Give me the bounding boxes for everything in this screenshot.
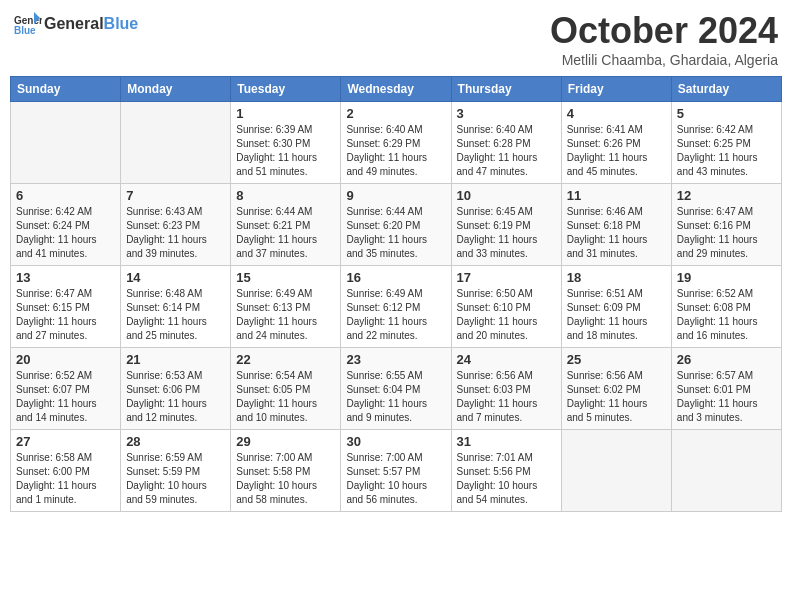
day-info: Sunrise: 7:01 AMSunset: 5:56 PMDaylight:… <box>457 451 556 507</box>
calendar-cell: 13Sunrise: 6:47 AMSunset: 6:15 PMDayligh… <box>11 266 121 348</box>
day-number: 24 <box>457 352 556 367</box>
calendar-cell: 21Sunrise: 6:53 AMSunset: 6:06 PMDayligh… <box>121 348 231 430</box>
calendar-cell: 1Sunrise: 6:39 AMSunset: 6:30 PMDaylight… <box>231 102 341 184</box>
header-day-tuesday: Tuesday <box>231 77 341 102</box>
day-number: 31 <box>457 434 556 449</box>
calendar-cell: 4Sunrise: 6:41 AMSunset: 6:26 PMDaylight… <box>561 102 671 184</box>
day-info: Sunrise: 6:42 AMSunset: 6:25 PMDaylight:… <box>677 123 776 179</box>
calendar-week-3: 13Sunrise: 6:47 AMSunset: 6:15 PMDayligh… <box>11 266 782 348</box>
day-number: 27 <box>16 434 115 449</box>
day-info: Sunrise: 6:53 AMSunset: 6:06 PMDaylight:… <box>126 369 225 425</box>
day-number: 14 <box>126 270 225 285</box>
svg-text:Blue: Blue <box>14 25 36 36</box>
calendar-cell: 8Sunrise: 6:44 AMSunset: 6:21 PMDaylight… <box>231 184 341 266</box>
day-number: 6 <box>16 188 115 203</box>
calendar-cell: 7Sunrise: 6:43 AMSunset: 6:23 PMDaylight… <box>121 184 231 266</box>
day-info: Sunrise: 6:39 AMSunset: 6:30 PMDaylight:… <box>236 123 335 179</box>
day-info: Sunrise: 6:50 AMSunset: 6:10 PMDaylight:… <box>457 287 556 343</box>
calendar-cell: 10Sunrise: 6:45 AMSunset: 6:19 PMDayligh… <box>451 184 561 266</box>
page-header: General Blue GeneralBlue October 2024 Me… <box>10 10 782 68</box>
day-info: Sunrise: 6:47 AMSunset: 6:15 PMDaylight:… <box>16 287 115 343</box>
day-info: Sunrise: 6:44 AMSunset: 6:20 PMDaylight:… <box>346 205 445 261</box>
day-info: Sunrise: 6:40 AMSunset: 6:29 PMDaylight:… <box>346 123 445 179</box>
calendar-cell <box>11 102 121 184</box>
calendar-cell: 9Sunrise: 6:44 AMSunset: 6:20 PMDaylight… <box>341 184 451 266</box>
header-day-saturday: Saturday <box>671 77 781 102</box>
location: Metlili Chaamba, Ghardaia, Algeria <box>550 52 778 68</box>
day-number: 17 <box>457 270 556 285</box>
day-info: Sunrise: 7:00 AMSunset: 5:58 PMDaylight:… <box>236 451 335 507</box>
day-info: Sunrise: 6:40 AMSunset: 6:28 PMDaylight:… <box>457 123 556 179</box>
calendar-cell: 11Sunrise: 6:46 AMSunset: 6:18 PMDayligh… <box>561 184 671 266</box>
calendar-cell: 26Sunrise: 6:57 AMSunset: 6:01 PMDayligh… <box>671 348 781 430</box>
calendar-cell <box>121 102 231 184</box>
day-number: 29 <box>236 434 335 449</box>
day-info: Sunrise: 6:56 AMSunset: 6:02 PMDaylight:… <box>567 369 666 425</box>
day-number: 25 <box>567 352 666 367</box>
calendar-cell: 27Sunrise: 6:58 AMSunset: 6:00 PMDayligh… <box>11 430 121 512</box>
header-day-friday: Friday <box>561 77 671 102</box>
calendar-cell: 25Sunrise: 6:56 AMSunset: 6:02 PMDayligh… <box>561 348 671 430</box>
day-number: 21 <box>126 352 225 367</box>
header-day-thursday: Thursday <box>451 77 561 102</box>
day-number: 13 <box>16 270 115 285</box>
calendar-cell: 19Sunrise: 6:52 AMSunset: 6:08 PMDayligh… <box>671 266 781 348</box>
day-number: 12 <box>677 188 776 203</box>
day-info: Sunrise: 6:41 AMSunset: 6:26 PMDaylight:… <box>567 123 666 179</box>
day-number: 30 <box>346 434 445 449</box>
day-number: 10 <box>457 188 556 203</box>
day-number: 19 <box>677 270 776 285</box>
calendar-cell: 28Sunrise: 6:59 AMSunset: 5:59 PMDayligh… <box>121 430 231 512</box>
calendar-cell: 16Sunrise: 6:49 AMSunset: 6:12 PMDayligh… <box>341 266 451 348</box>
calendar-cell <box>561 430 671 512</box>
calendar-cell: 31Sunrise: 7:01 AMSunset: 5:56 PMDayligh… <box>451 430 561 512</box>
calendar-cell: 22Sunrise: 6:54 AMSunset: 6:05 PMDayligh… <box>231 348 341 430</box>
day-number: 15 <box>236 270 335 285</box>
logo: General Blue GeneralBlue <box>14 10 138 38</box>
calendar-week-1: 1Sunrise: 6:39 AMSunset: 6:30 PMDaylight… <box>11 102 782 184</box>
day-number: 26 <box>677 352 776 367</box>
day-info: Sunrise: 6:55 AMSunset: 6:04 PMDaylight:… <box>346 369 445 425</box>
day-number: 3 <box>457 106 556 121</box>
calendar-cell: 24Sunrise: 6:56 AMSunset: 6:03 PMDayligh… <box>451 348 561 430</box>
day-number: 23 <box>346 352 445 367</box>
day-info: Sunrise: 6:58 AMSunset: 6:00 PMDaylight:… <box>16 451 115 507</box>
calendar-week-2: 6Sunrise: 6:42 AMSunset: 6:24 PMDaylight… <box>11 184 782 266</box>
calendar-cell: 12Sunrise: 6:47 AMSunset: 6:16 PMDayligh… <box>671 184 781 266</box>
day-info: Sunrise: 6:42 AMSunset: 6:24 PMDaylight:… <box>16 205 115 261</box>
day-number: 22 <box>236 352 335 367</box>
calendar-cell: 29Sunrise: 7:00 AMSunset: 5:58 PMDayligh… <box>231 430 341 512</box>
day-info: Sunrise: 6:48 AMSunset: 6:14 PMDaylight:… <box>126 287 225 343</box>
calendar-cell: 30Sunrise: 7:00 AMSunset: 5:57 PMDayligh… <box>341 430 451 512</box>
day-info: Sunrise: 6:52 AMSunset: 6:07 PMDaylight:… <box>16 369 115 425</box>
logo-general: General <box>44 15 104 32</box>
calendar-cell <box>671 430 781 512</box>
calendar-cell: 15Sunrise: 6:49 AMSunset: 6:13 PMDayligh… <box>231 266 341 348</box>
logo-blue: Blue <box>104 15 139 32</box>
day-info: Sunrise: 6:51 AMSunset: 6:09 PMDaylight:… <box>567 287 666 343</box>
day-info: Sunrise: 7:00 AMSunset: 5:57 PMDaylight:… <box>346 451 445 507</box>
day-info: Sunrise: 6:46 AMSunset: 6:18 PMDaylight:… <box>567 205 666 261</box>
calendar-cell: 20Sunrise: 6:52 AMSunset: 6:07 PMDayligh… <box>11 348 121 430</box>
day-number: 16 <box>346 270 445 285</box>
day-info: Sunrise: 6:49 AMSunset: 6:13 PMDaylight:… <box>236 287 335 343</box>
day-number: 28 <box>126 434 225 449</box>
month-title: October 2024 <box>550 10 778 52</box>
day-info: Sunrise: 6:44 AMSunset: 6:21 PMDaylight:… <box>236 205 335 261</box>
day-info: Sunrise: 6:47 AMSunset: 6:16 PMDaylight:… <box>677 205 776 261</box>
calendar-cell: 3Sunrise: 6:40 AMSunset: 6:28 PMDaylight… <box>451 102 561 184</box>
day-info: Sunrise: 6:52 AMSunset: 6:08 PMDaylight:… <box>677 287 776 343</box>
day-number: 18 <box>567 270 666 285</box>
calendar-cell: 23Sunrise: 6:55 AMSunset: 6:04 PMDayligh… <box>341 348 451 430</box>
day-number: 2 <box>346 106 445 121</box>
logo-text-block: GeneralBlue <box>44 15 138 33</box>
title-section: October 2024 Metlili Chaamba, Ghardaia, … <box>550 10 778 68</box>
calendar-week-4: 20Sunrise: 6:52 AMSunset: 6:07 PMDayligh… <box>11 348 782 430</box>
calendar-cell: 14Sunrise: 6:48 AMSunset: 6:14 PMDayligh… <box>121 266 231 348</box>
day-number: 5 <box>677 106 776 121</box>
calendar-cell: 6Sunrise: 6:42 AMSunset: 6:24 PMDaylight… <box>11 184 121 266</box>
logo-icon: General Blue <box>14 10 42 38</box>
day-info: Sunrise: 6:54 AMSunset: 6:05 PMDaylight:… <box>236 369 335 425</box>
day-number: 11 <box>567 188 666 203</box>
calendar-cell: 5Sunrise: 6:42 AMSunset: 6:25 PMDaylight… <box>671 102 781 184</box>
